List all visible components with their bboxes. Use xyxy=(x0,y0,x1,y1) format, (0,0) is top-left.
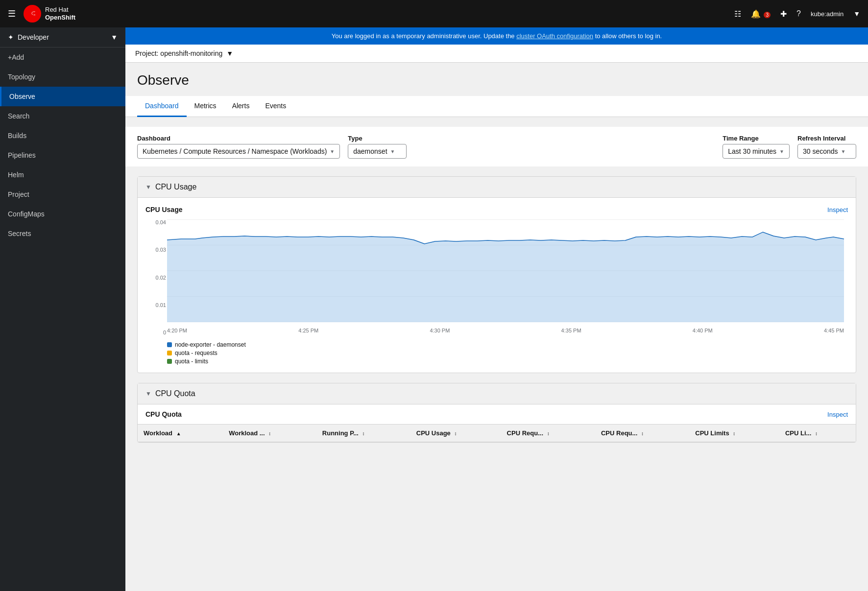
cpu-usage-section-header[interactable]: ▼ CPU Usage xyxy=(138,177,856,198)
xaxis-label-435: 4:35 PM xyxy=(561,328,581,333)
sidebar-item-helm[interactable]: Helm xyxy=(0,165,125,185)
type-filter-group: Type daemonset ▼ xyxy=(348,135,407,159)
sidebar-item-pipelines-label: Pipelines xyxy=(8,151,36,159)
refresh-interval-chevron-icon: ▼ xyxy=(841,149,846,154)
page-title: Observe xyxy=(137,72,856,88)
cpu-usage-inspect-link[interactable]: Inspect xyxy=(827,206,848,213)
xaxis-label-425: 4:25 PM xyxy=(298,328,318,333)
refresh-interval-filter-group: Refresh Interval 30 seconds ▼ xyxy=(797,135,856,159)
sidebar-item-project[interactable]: Project xyxy=(0,185,125,204)
cpu-quota-section-title: CPU Quota xyxy=(155,389,195,398)
sort-icon-cpu-requests-pct: ↕ xyxy=(641,431,644,436)
time-range-value: Last 30 minutes xyxy=(728,147,776,155)
sort-icon-workload-type: ↕ xyxy=(268,431,271,436)
cpu-quota-table-head: Workload ▲ Workload ... ↕ Running P... ↕ xyxy=(138,425,856,442)
legend-color-quota-requests xyxy=(167,351,172,355)
cpu-quota-inspect-link[interactable]: Inspect xyxy=(827,411,848,418)
apps-grid-button[interactable]: ☷ xyxy=(734,9,741,19)
type-dropdown-chevron-icon: ▼ xyxy=(390,149,395,154)
col-running-pods[interactable]: Running P... ↕ xyxy=(316,425,410,442)
dashboard-filter-group: Dashboard Kubernetes / Compute Resources… xyxy=(137,135,340,159)
type-filter-label: Type xyxy=(348,135,407,142)
col-cpu-limits[interactable]: CPU Limits ↕ xyxy=(689,425,779,442)
sidebar-item-add-label: +Add xyxy=(8,53,24,61)
time-range-chevron-icon: ▼ xyxy=(779,149,784,154)
filter-row: Dashboard Kubernetes / Compute Resources… xyxy=(125,127,868,166)
legend-item-quota-limits: quota - limits xyxy=(167,358,848,365)
sidebar-item-add[interactable]: +Add xyxy=(0,47,125,67)
sidebar-item-topology-label: Topology xyxy=(8,73,35,81)
perspective-chevron-icon: ▼ xyxy=(111,33,118,41)
page-content-area: Observe Dashboard Metrics Alerts Events … xyxy=(125,63,868,462)
dashboard-dropdown[interactable]: Kubernetes / Compute Resources / Namespa… xyxy=(137,144,340,159)
legend-item-quota-requests: quota - requests xyxy=(167,350,848,356)
help-button[interactable]: ? xyxy=(796,9,801,18)
top-navigation: ☰ Red Hat OpenShift ☷ 🔔 3 ✚ ? kube:admin… xyxy=(0,0,868,27)
cpu-quota-section-header[interactable]: ▼ CPU Quota xyxy=(138,383,856,404)
col-cpu-requests-pct[interactable]: CPU Requ... ↕ xyxy=(595,425,689,442)
sidebar-item-secrets[interactable]: Secrets xyxy=(0,224,125,243)
tab-metrics[interactable]: Metrics xyxy=(187,96,224,117)
sidebar-item-search-label: Search xyxy=(8,112,29,120)
col-cpu-limits-pct[interactable]: CPU Li... ↕ xyxy=(779,425,856,442)
yaxis-label-0.02: 0.02 xyxy=(146,275,166,281)
add-button[interactable]: ✚ xyxy=(780,9,787,19)
tab-alerts[interactable]: Alerts xyxy=(224,96,258,117)
cpu-quota-table-header: CPU Quota Inspect xyxy=(138,404,856,425)
cpu-quota-section: ▼ CPU Quota CPU Quota Inspect Workload ▲ xyxy=(137,383,856,443)
perspective-icon: ✦ xyxy=(8,33,14,41)
hamburger-menu-button[interactable]: ☰ xyxy=(8,8,16,19)
cpu-quota-section-body: CPU Quota Inspect Workload ▲ Workload ..… xyxy=(138,404,856,442)
sidebar-item-pipelines[interactable]: Pipelines xyxy=(0,145,125,165)
svg-point-0 xyxy=(27,9,37,18)
legend-label-quota-limits: quota - limits xyxy=(175,358,208,365)
oauth-config-link[interactable]: cluster OAuth configuration xyxy=(516,32,593,40)
notifications-button[interactable]: 🔔 3 xyxy=(751,9,771,19)
legend-label-node-exporter: node-exporter - daemonset xyxy=(175,341,246,348)
cpu-usage-section-title: CPU Usage xyxy=(155,183,196,191)
notification-badge: 3 xyxy=(764,12,771,18)
tab-dashboard[interactable]: Dashboard xyxy=(137,96,187,117)
yaxis-label-0.03: 0.03 xyxy=(146,247,166,253)
legend-label-quota-requests: quota - requests xyxy=(175,350,217,356)
legend-color-quota-limits xyxy=(167,359,172,364)
xaxis-label-430: 4:30 PM xyxy=(430,328,450,333)
col-cpu-requests[interactable]: CPU Requ... ↕ xyxy=(501,425,595,442)
tab-events[interactable]: Events xyxy=(257,96,294,117)
dashboard-filter-label: Dashboard xyxy=(137,135,340,142)
redhat-logo xyxy=(24,5,41,23)
dashboard-dropdown-value: Kubernetes / Compute Resources / Namespa… xyxy=(143,147,327,155)
sidebar-item-secrets-label: Secrets xyxy=(8,230,31,237)
perspective-switcher[interactable]: ✦ Developer ▼ xyxy=(0,27,125,47)
sidebar: ✦ Developer ▼ +Add Topology Observe Sear… xyxy=(0,27,125,591)
cpu-usage-chart-title: CPU Usage xyxy=(145,206,182,213)
time-range-dropdown[interactable]: Last 30 minutes ▼ xyxy=(723,144,790,159)
time-range-label: Time Range xyxy=(723,135,790,142)
sidebar-item-configmaps[interactable]: ConfigMaps xyxy=(0,204,125,224)
sidebar-item-topology[interactable]: Topology xyxy=(0,67,125,87)
sidebar-item-search[interactable]: Search xyxy=(0,106,125,126)
project-dropdown-chevron-icon[interactable]: ▼ xyxy=(226,49,233,57)
type-dropdown[interactable]: daemonset ▼ xyxy=(348,144,407,159)
cpu-usage-chart-area: 0.04 0.03 0.02 0.01 0 xyxy=(167,219,844,335)
cpu-usage-chart-header: CPU Usage Inspect xyxy=(145,206,848,213)
cpu-usage-section: ▼ CPU Usage CPU Usage Inspect 0.04 0.03 … xyxy=(137,176,856,373)
project-label: Project: openshift-monitoring xyxy=(135,49,222,57)
sidebar-item-builds[interactable]: Builds xyxy=(0,126,125,145)
sidebar-item-helm-label: Helm xyxy=(8,171,24,179)
yaxis-label-0.01: 0.01 xyxy=(146,302,166,308)
xaxis-label-420: 4:20 PM xyxy=(167,328,187,333)
refresh-interval-label: Refresh Interval xyxy=(797,135,856,142)
refresh-interval-dropdown[interactable]: 30 seconds ▼ xyxy=(797,144,856,159)
col-workload[interactable]: Workload ▲ xyxy=(138,425,223,442)
observe-tabs: Dashboard Metrics Alerts Events xyxy=(125,96,868,117)
col-cpu-usage[interactable]: CPU Usage ↕ xyxy=(410,425,501,442)
user-menu-button[interactable]: kube:admin xyxy=(811,10,844,18)
cpu-quota-table: Workload ▲ Workload ... ↕ Running P... ↕ xyxy=(138,425,856,442)
col-workload-type[interactable]: Workload ... ↕ xyxy=(223,425,316,442)
sidebar-item-builds-label: Builds xyxy=(8,132,26,140)
main-content: You are logged in as a temporary adminis… xyxy=(125,27,868,591)
sidebar-item-observe[interactable]: Observe xyxy=(0,87,125,106)
sidebar-item-configmaps-label: ConfigMaps xyxy=(8,210,45,218)
sidebar-item-project-label: Project xyxy=(8,190,29,198)
